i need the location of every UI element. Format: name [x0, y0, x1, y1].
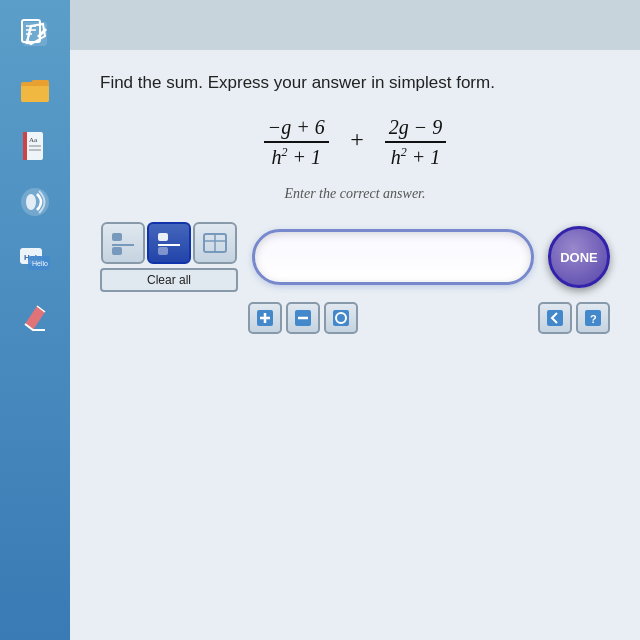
answer-input-container[interactable]: [252, 229, 534, 285]
kb-top-row: [101, 222, 237, 264]
fraction-1-numerator: −g + 6: [264, 116, 329, 139]
done-button[interactable]: DONE: [548, 226, 610, 288]
math-nav: ?: [538, 302, 610, 334]
input-row: Clear all DONE: [100, 222, 610, 292]
fraction-1-line: [264, 141, 329, 143]
fraction-2-denominator: h2 + 1: [387, 145, 445, 169]
fraction-2-line: [385, 141, 447, 143]
sidebar-item-edit[interactable]: [8, 8, 62, 60]
circle-op-btn[interactable]: [324, 302, 358, 334]
svg-rect-33: [547, 310, 563, 326]
fraction-1: −g + 6 h2 + 1: [264, 116, 329, 169]
question-text: Find the sum. Express your answer in sim…: [100, 70, 610, 96]
math-ops: [248, 302, 358, 334]
fraction-keyboard-btn-active[interactable]: [147, 222, 191, 264]
svg-rect-19: [112, 247, 122, 255]
svg-rect-7: [23, 132, 27, 160]
fraction-2-numerator: 2g − 9: [385, 116, 447, 139]
sidebar-item-audio[interactable]: [8, 176, 62, 228]
svg-rect-22: [158, 247, 168, 255]
fraction-2: 2g − 9 h2 + 1: [385, 116, 447, 169]
svg-text:Aa: Aa: [29, 136, 38, 144]
sidebar-item-translation[interactable]: Hola Hello: [8, 232, 62, 284]
svg-rect-17: [112, 233, 122, 241]
help-nav-btn[interactable]: ?: [576, 302, 610, 334]
content-area: Find the sum. Express your answer in sim…: [70, 50, 640, 640]
top-bar: [70, 0, 640, 50]
svg-text:?: ?: [590, 313, 597, 325]
math-toolbar: ?: [100, 302, 610, 334]
fraction-keyboard-btn[interactable]: [101, 222, 145, 264]
math-expression: −g + 6 h2 + 1 + 2g − 9 h2 + 1: [100, 116, 610, 169]
minus-op-btn[interactable]: [286, 302, 320, 334]
hint-text: Enter the correct answer.: [100, 186, 610, 202]
keyboard-buttons: Clear all: [100, 222, 238, 292]
sidebar-item-eraser[interactable]: [8, 288, 62, 340]
fraction-1-denominator: h2 + 1: [267, 145, 325, 169]
table-keyboard-btn[interactable]: [193, 222, 237, 264]
svg-rect-20: [158, 233, 168, 241]
back-nav-btn[interactable]: [538, 302, 572, 334]
sidebar: Aa Hola Hello: [0, 0, 70, 640]
plus-operator: +: [349, 126, 365, 153]
plus-op-btn[interactable]: [248, 302, 282, 334]
answer-input[interactable]: [255, 232, 531, 282]
clear-all-button[interactable]: Clear all: [100, 268, 238, 292]
sidebar-item-folder[interactable]: [8, 64, 62, 116]
svg-text:Hello: Hello: [32, 260, 48, 267]
main-content: Find the sum. Express your answer in sim…: [70, 0, 640, 640]
sidebar-item-dictionary[interactable]: Aa: [8, 120, 62, 172]
svg-point-12: [26, 194, 36, 210]
